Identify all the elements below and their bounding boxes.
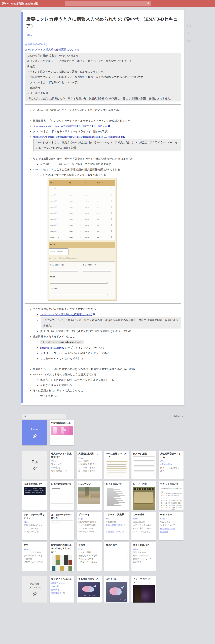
related-card[interactable]: 更新情報 (20250107)ゆめくじらの ペンダント: [77, 576, 102, 602]
related-card[interactable]: 火属性効果増加バフ#Tipstable:部位別名称 効果 分類 右左 頭胴パ手靴…: [77, 451, 102, 480]
related-card[interactable]: ルーザーの型: [131, 481, 156, 510]
related-card[interactable]: 発生#Tipsテクニックを使ってから効果が現れるまでの時間攻撃テクならばダメ: [22, 542, 47, 571]
card-title: テクニックの詠唱とディレイ: [24, 513, 46, 520]
card-desc-line: されているやつ: [78, 558, 100, 560]
text: での時間: [24, 558, 32, 560]
related-card[interactable]: ビルボード#Tips3DCG用語では常にカメラの方向を向いているやつだが、MoE…: [77, 512, 102, 540]
field-input: [50, 282, 108, 284]
related-card[interactable]: ダメージ上限: [131, 451, 156, 480]
related-search-input[interactable]: [26, 415, 65, 418]
tag-link[interactable]: #Tips: [51, 460, 56, 462]
external-link[interactable]: 25-01-14 スパイス購入時の仕様変更について: [40, 313, 92, 316]
related-card[interactable]: ゆめくじらゆめくじら: [104, 576, 129, 602]
column-header: SP: [84, 180, 96, 186]
related-dropdown[interactable]: Related: [173, 415, 183, 418]
external-link[interactable]: https://moe-tail.com/: [40, 346, 62, 349]
text-doc-thumbnail: [51, 487, 73, 504]
tag-link[interactable]: #Tips: [160, 460, 165, 462]
column-header: 金額: [68, 180, 79, 186]
text: えらい人（経済産業省）が言ってるので2025/3末までに対応する必要がある: [33, 108, 122, 111]
bullet-line: 加盟店からカード会社に渡す必要があるのMoE K.K.内で入力する必要がある(当…: [25, 366, 181, 372]
related-card[interactable]: グラップ ユア ハート: [131, 576, 156, 602]
related-card[interactable]: 検索結果の画像が小さいのをなんとかしたい: [50, 542, 74, 571]
card-desc-line: #Tips: [160, 460, 182, 463]
related-card[interactable]: 属性効果増加バフまとめ#Tips#魔法の属性同種バフはおそらく加算: [159, 451, 183, 480]
card-desc-line: ているやつだが、: [78, 527, 100, 530]
card-desc-line: #魔法の属性: [160, 463, 182, 466]
related-card[interactable]: 更新情報(20250114)DOLL: [50, 420, 74, 446]
page-icon[interactable]: [187, 32, 191, 36]
related-card[interactable]: LinuxでMoE: [77, 481, 102, 510]
content-line: 更新情報(20250114): [25, 42, 181, 47]
global-search-input[interactable]: [65, 1, 147, 6]
related-card[interactable]: ガチャ確率#Tips3000sp投入時ガチャアイテム1点狙いの場合、10連1回 …: [131, 512, 156, 540]
url-link[interactable]: ea.com/?: [160, 530, 168, 533]
related-card[interactable]: おれおれscrapboxの使い方table:テーブル名: [50, 512, 74, 540]
more-indicator[interactable]: ...: [159, 542, 183, 571]
related-card[interactable]: スキル短縮バフ#Tips該当スキルのSpell、Specialityの詠唱とディ…: [131, 542, 156, 571]
related-card[interactable]: スペル短縮バフ: [104, 481, 129, 510]
card-desc-line: #Tips: [24, 520, 46, 524]
card-title: 実装アイテム (2025): [51, 578, 73, 581]
page-link[interactable]: 更新情報(20250114): [25, 43, 47, 46]
tag-link[interactable]: #魔法の属性: [160, 463, 172, 466]
payment-method-select: クレジット（3Dセキュア） ⌄: [49, 248, 69, 255]
text: 名称 効果 分類 右: [78, 463, 95, 466]
search-icon[interactable]: [147, 2, 149, 5]
tag-link[interactable]: #Tips: [78, 548, 83, 550]
info-icon[interactable]: [187, 24, 191, 28]
page-link[interactable]: 魔力→攻撃力変換バ: [106, 524, 125, 526]
related-card[interactable]: 貢献度#Tipsレイドで貢献したら報酬がよくなると噂されているやつどのような実装…: [77, 542, 102, 571]
related-card[interactable]: MoEに必要なPCスペック: [104, 451, 129, 480]
external-link[interactable]: 25-01-14 スパイス購入時の仕様変更について: [25, 48, 77, 51]
card-desc-line: 名称 効果 分類 右: [78, 463, 100, 466]
card-desc-line: 名称 効果量 分: [51, 469, 73, 472]
scrapbox-logo-icon: [2, 1, 6, 6]
tag-link[interactable]: #Tips: [24, 521, 29, 523]
text: その後はカード会社がよしなに処理して加盟店側に結果返す: [40, 163, 111, 166]
related-group-label-Tips[interactable]: Tips: [22, 451, 47, 480]
card-desc-line: 計+85?相当: [51, 463, 73, 466]
tag-link[interactable]: #Tips: [106, 518, 110, 520]
related-card[interactable]: チャンネル#TipsWiki：チャットチャンネルについてhttp://mwm.g…: [159, 512, 183, 540]
page-link[interactable]: 移動速度→攻撃力変: [106, 530, 125, 533]
tag-link[interactable]: #Tips: [78, 457, 83, 459]
external-link[interactable]: https://www.meti.go.jp/press/2023/03/202…: [33, 124, 107, 128]
page-link[interactable]: 更新情報: [51, 588, 59, 591]
related-card[interactable]: 実装アイテム (2025)#実装アイテムtable:1月更新情報(2024122…: [50, 576, 74, 602]
page-title[interactable]: 唐突にクレカ使うときに情報入力求められたので調べた（EMV 3-Dセキュア）: [26, 16, 183, 29]
external-link[interactable]: https://www.j-credit.or.jp/security/pdf/…: [33, 135, 123, 138]
tag-link[interactable]: #Tips: [160, 518, 165, 520]
bullet-line: ろくに更新されないサイトで入力させんな: [25, 388, 181, 393]
tag-link[interactable]: #Tips: [78, 518, 83, 520]
tag-link[interactable]: #Tips: [133, 518, 138, 520]
related-card[interactable]: アタック短縮バフSol(攻撃間隔200)・ST200↑・手動アタック 補正なし …: [159, 481, 183, 510]
related-card[interactable]: 暗黒命令スキル効果増加バフ#Tips計+85?相当table:装備名称 効果量 …: [50, 451, 74, 480]
related-card[interactable]: テクニックの詠唱とディレイ#Tips記号は負値(-5など)なので100+Aは10…: [22, 512, 47, 540]
project-title[interactable]: Medi記録Scrapbox版: [11, 2, 38, 6]
related-group-label-Links[interactable]: Links: [22, 420, 47, 446]
field-input: [83, 270, 111, 272]
shuffle-icon[interactable]: [187, 40, 191, 44]
browser-urlbar-screenshot[interactable]: https://billing.moe-tail.com/init.action: [40, 340, 84, 344]
related-card[interactable]: ステータス変換系#Tips攻撃力変換魔力→攻撃力変換バフ移動速度→攻撃力変: [104, 512, 129, 540]
card-title: LinuxでMoE: [78, 482, 100, 486]
page-link[interactable]: (20241224): [51, 592, 61, 594]
related-group-label-20250114[interactable]: 更新情報 (20250114): [22, 576, 47, 602]
tag-link[interactable]: #実装アイテム: [51, 582, 65, 584]
related-card[interactable]: 魔法の属性: [104, 542, 129, 571]
related-card[interactable]: 水属性効果増加バフ: [50, 481, 74, 510]
tag-link[interactable]: #Tips: [24, 548, 29, 550]
tag-pill-tips[interactable]: #Tips: [25, 34, 33, 37]
related-card[interactable]: 泳ぎ速度増加バフＨＰ ： 80/80 ＭＰ：スタミナ： 84/122 重量：移動…: [22, 481, 47, 510]
project-menu-button[interactable]: [2, 1, 9, 6]
tag-link[interactable]: #Tips: [133, 548, 138, 550]
bullet-line: それならきちんと管理しろ: [25, 382, 181, 388]
text: ここもMoE K.K.じゃないんですかね...: [40, 357, 85, 360]
spice-purchase-screenshot[interactable]: 商品名金額SPマイレージ460スパイス¥500→460SP5PT920スパイス¥…: [48, 178, 117, 300]
text: サイト更新しろ: [40, 394, 59, 397]
url-link[interactable]: http://mwm.g1.xr: [160, 527, 175, 530]
page-link[interactable]: フ: [106, 527, 108, 530]
card-title: スキル短縮バフ: [133, 543, 155, 547]
card-desc-line: 移動速度→攻撃力変: [106, 530, 127, 533]
